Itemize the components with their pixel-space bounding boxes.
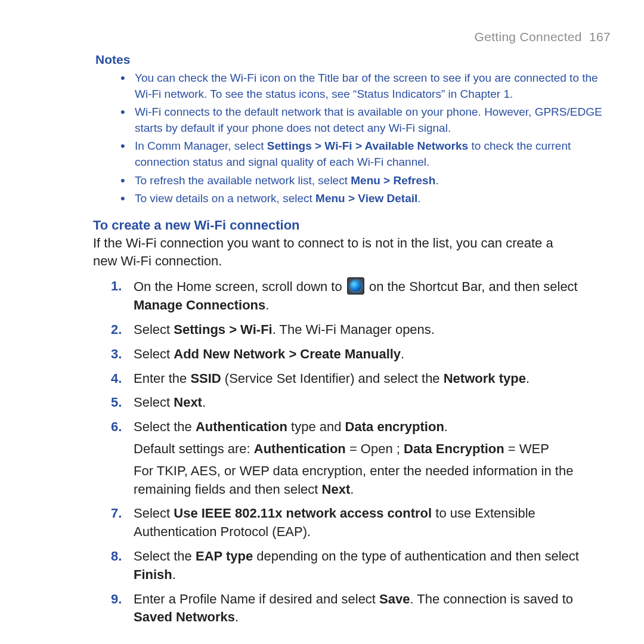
page-number: 167 xyxy=(589,30,611,44)
step-item: 1. On the Home screen, scroll down to on… xyxy=(111,277,580,315)
step-subtext: Default settings are: Authentication = O… xyxy=(134,440,580,459)
notes-heading: Notes xyxy=(95,52,615,67)
note-item: In Comm Manager, select Settings > Wi-Fi… xyxy=(118,138,615,170)
running-header: Getting Connected 167 xyxy=(29,30,615,44)
step-item: 4. Enter the SSID (Service Set Identifie… xyxy=(111,370,580,388)
step-number: 9. xyxy=(111,590,122,609)
step-number: 7. xyxy=(111,504,122,523)
document-page: Getting Connected 167 Notes You can chec… xyxy=(0,0,644,644)
note-item: You can check the Wi-Fi icon on the Titl… xyxy=(118,70,615,102)
step-item: 7. Select Use IEEE 802.11x network acces… xyxy=(111,504,580,541)
step-item: 8. Select the EAP type depending on the … xyxy=(111,547,580,584)
step-number: 2. xyxy=(111,321,122,339)
step-item: 3. Select Add New Network > Create Manua… xyxy=(111,345,580,364)
note-item: To refresh the available network list, s… xyxy=(118,173,615,189)
chapter-title: Getting Connected xyxy=(475,30,582,44)
note-item: To view details on a network, select Men… xyxy=(118,191,615,207)
step-number: 8. xyxy=(111,547,122,566)
step-item: 2. Select Settings > Wi-Fi. The Wi-Fi Ma… xyxy=(111,321,580,339)
step-number: 5. xyxy=(111,394,122,412)
step-number: 4. xyxy=(111,370,122,388)
section-heading: To create a new Wi-Fi connection xyxy=(93,218,615,233)
step-subtext: For TKIP, AES, or WEP data encryption, e… xyxy=(134,462,580,499)
step-item: 9. Enter a Profile Name if desired and s… xyxy=(111,590,580,627)
settings-globe-icon xyxy=(347,277,364,295)
step-item: 5. Select Next. xyxy=(111,394,580,412)
note-item: Wi-Fi connects to the default network th… xyxy=(118,104,615,136)
steps-list: 1. On the Home screen, scroll down to on… xyxy=(111,277,580,627)
step-number: 3. xyxy=(111,345,122,364)
step-number: 1. xyxy=(111,277,122,296)
step-number: 6. xyxy=(111,418,122,436)
notes-list: You can check the Wi-Fi icon on the Titl… xyxy=(118,70,615,207)
step-item: 6. Select the Authentication type and Da… xyxy=(111,418,580,499)
section-intro: If the Wi-Fi connection you want to conn… xyxy=(93,234,580,271)
